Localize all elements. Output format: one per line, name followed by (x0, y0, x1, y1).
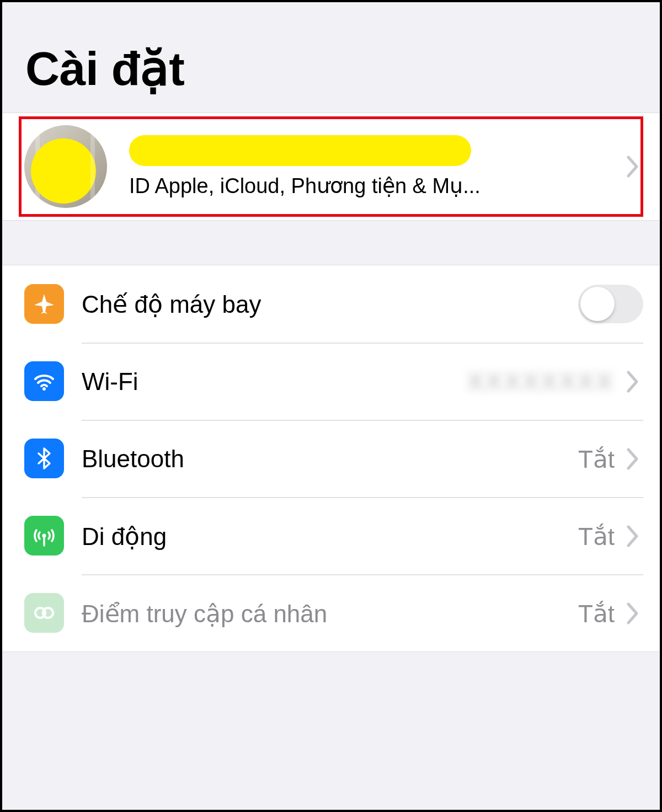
page-title: Cài đặt (25, 41, 637, 96)
airplane-mode-toggle[interactable] (578, 285, 643, 323)
apple-id-row[interactable]: ID Apple, iCloud, Phương tiện & Mụ... (2, 113, 660, 220)
profile-subtitle: ID Apple, iCloud, Phương tiện & Mụ... (129, 174, 581, 198)
hotspot-value: Tắt (578, 600, 620, 628)
hotspot-row[interactable]: Điểm truy cập cá nhân Tắt (2, 574, 660, 651)
svg-point-0 (42, 387, 46, 391)
avatar-redaction (31, 138, 96, 204)
wifi-row[interactable]: Wi-Fi XXXXXXXX (2, 343, 660, 420)
wifi-value-redacted: XXXXXXXX (467, 368, 620, 396)
profile-name-redacted (129, 135, 471, 166)
cellular-label: Di động (82, 522, 578, 551)
group-spacer (2, 221, 660, 265)
bluetooth-value: Tắt (578, 445, 620, 473)
cellular-row[interactable]: Di động Tắt (2, 497, 660, 574)
bluetooth-row[interactable]: Bluetooth Tắt (2, 420, 660, 497)
chevron-right-icon (620, 525, 643, 547)
settings-screen: Cài đặt ID Apple, iCloud, Phương tiện & … (0, 0, 662, 812)
chevron-right-icon (620, 371, 643, 393)
bluetooth-label: Bluetooth (82, 445, 578, 473)
chevron-right-icon (620, 602, 643, 624)
airplane-icon (24, 284, 64, 324)
airplane-mode-label: Chế độ máy bay (82, 290, 578, 318)
toggle-knob (580, 287, 615, 321)
profile-text: ID Apple, iCloud, Phương tiện & Mụ... (107, 135, 620, 198)
profile-group: ID Apple, iCloud, Phương tiện & Mụ... (2, 113, 660, 221)
wifi-icon (24, 361, 64, 401)
avatar (24, 125, 107, 208)
airplane-mode-row[interactable]: Chế độ máy bay (2, 265, 660, 343)
bluetooth-icon (24, 439, 64, 478)
hotspot-label: Điểm truy cập cá nhân (82, 600, 578, 628)
chevron-right-icon (620, 448, 643, 470)
cellular-icon (24, 516, 64, 555)
chevron-right-icon (620, 156, 643, 178)
cellular-value: Tắt (578, 522, 620, 551)
wifi-label: Wi-Fi (82, 368, 467, 396)
header: Cài đặt (2, 2, 660, 113)
hotspot-icon (24, 593, 64, 633)
connectivity-group: Chế độ máy bay Wi-Fi XXXXXXXX (2, 265, 660, 652)
